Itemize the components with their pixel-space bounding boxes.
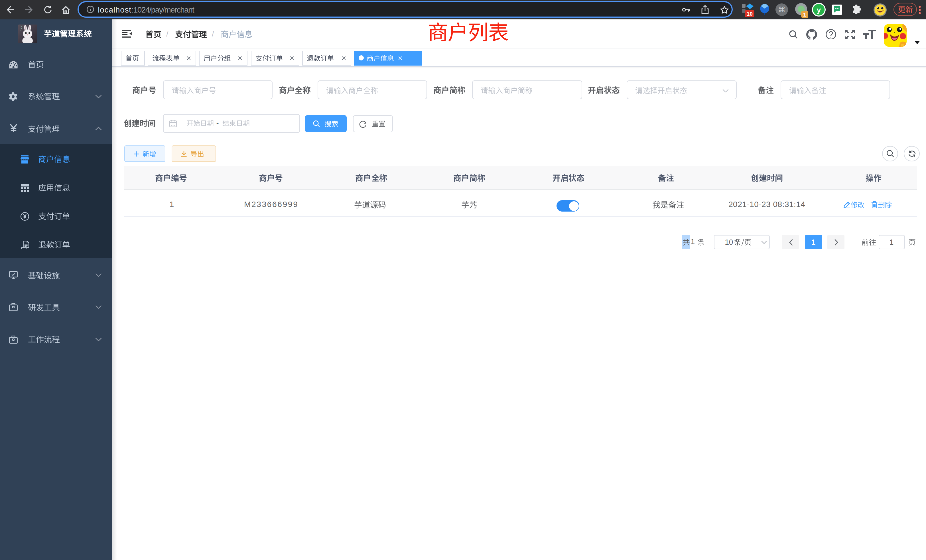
svg-text:1: 1 — [803, 11, 806, 17]
svg-text:⌘: ⌘ — [778, 5, 785, 14]
svg-text:10: 10 — [747, 11, 753, 17]
svg-text:y: y — [817, 5, 821, 14]
